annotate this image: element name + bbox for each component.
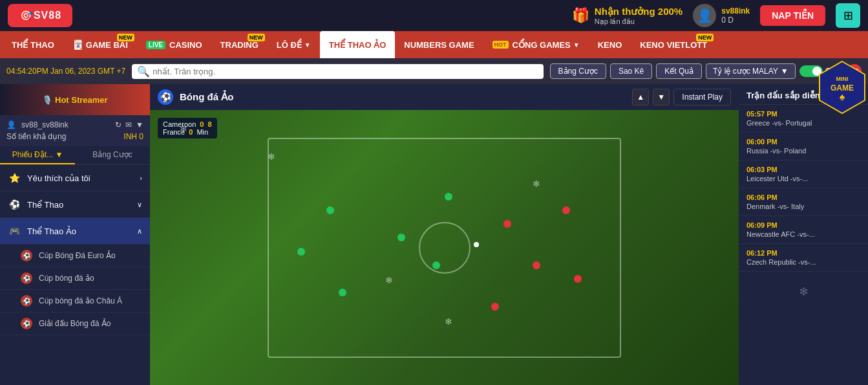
match-item[interactable]: 06:09 PM Newcastle AFC -vs-... — [739, 216, 868, 244]
nav-label: NUMBERS GAME — [404, 40, 474, 50]
tab-bang-cuoc[interactable]: Bảng Cược — [75, 146, 150, 164]
nav-label: KENO — [598, 40, 622, 50]
ball — [474, 242, 479, 247]
player — [339, 289, 346, 296]
nav-item-game-bai[interactable]: 🃏 GAME BÀI NEW — [63, 31, 137, 58]
nap-tien-button[interactable]: NAP TIỀN — [760, 5, 825, 26]
submenu-label: Cúp Bóng Đá Euro Ảo — [39, 251, 116, 260]
user-row: 👤 sv88_sv88ink ↻ ✉ ▼ — [6, 120, 143, 129]
nav-bar: THỂ THAO 🃏 GAME BÀI NEW LIVE CASINO TRAD… — [0, 31, 868, 58]
instant-play-button[interactable]: Instant Play — [673, 89, 731, 105]
match-time: 06:00 PM — [746, 138, 860, 146]
search-input[interactable] — [153, 67, 538, 76]
mini-game-badge[interactable]: MINI GAME ♠ — [816, 58, 868, 116]
sidebar: 🎙️ Hot Streamer 👤 sv88_sv88ink ↻ ✉ ▼ Số … — [0, 84, 150, 385]
user-icons: ↻ ✉ ▼ — [115, 120, 143, 129]
ty-le-label: Tỷ lệ cược MALAY — [713, 67, 778, 76]
match-item[interactable]: 06:00 PM Russia -vs- Poland — [739, 133, 868, 160]
sports-icon: ⚽ — [8, 198, 21, 211]
nav-item-the-thao[interactable]: THỂ THAO — [3, 31, 63, 58]
nav-item-cong-games[interactable]: HOT CỔNG GAMES ▼ — [483, 31, 589, 58]
bang-cuoc-button[interactable]: Bảng Cược — [550, 63, 606, 79]
chevron-down-icon: ▼ — [573, 41, 580, 49]
match-name: Czech Republic -vs-... — [746, 258, 860, 266]
arrow-icon: ∨ — [137, 201, 142, 209]
ty-le-button[interactable]: Tỷ lệ cược MALAY ▼ — [706, 63, 796, 79]
cup-icon: ⚽ — [21, 272, 32, 284]
tournament-icon: ⚽ — [21, 318, 32, 329]
new-badge: NEW — [696, 34, 714, 41]
ket-qua-button[interactable]: Kết Quả — [656, 63, 702, 79]
nav-item-keno[interactable]: KENO — [589, 31, 631, 58]
player — [503, 220, 511, 228]
gift-area[interactable]: 🎁 Nhận thưởng 200% Nạp lần đầu — [572, 6, 683, 26]
balance-amount: INH 0 — [123, 132, 143, 141]
snowflake-icon: ❄ — [385, 275, 393, 285]
field-circle — [419, 222, 471, 274]
nav-item-casino[interactable]: LIVE CASINO — [137, 31, 211, 58]
player — [533, 261, 540, 269]
menu-label: Thể Thao Ảo — [27, 226, 76, 236]
nav-item-the-thao-ao[interactable]: THỂ THAO ẢO — [320, 31, 396, 58]
nav-item-trading[interactable]: TRADING NEW — [211, 31, 268, 58]
game-bai-icon: 🃏 — [72, 39, 83, 50]
player — [432, 261, 440, 269]
menu-item-yeu-thich[interactable]: ⭐ Yêu thích của tôi › — [0, 165, 150, 192]
nav-label: CASINO — [169, 40, 202, 50]
player — [491, 303, 499, 311]
score-row-2: France 0 Min — [163, 128, 212, 136]
nav-item-keno-vietlott[interactable]: KENO VIETLOTT NEW — [631, 31, 716, 58]
up-button[interactable]: ▲ — [632, 89, 649, 105]
user-name: sv88ink — [721, 6, 750, 16]
logo-box: 🎯 SV88 — [8, 4, 72, 27]
match-name: Greece -vs- Portugal — [746, 119, 860, 127]
player — [397, 234, 405, 241]
time-display: 04:54:20PM Jan 06, 2023 GMT +7 — [6, 67, 125, 76]
nav-item-lo-de[interactable]: LÔ ĐỀ ▼ — [268, 31, 320, 58]
menu-item-the-thao-ao[interactable]: 🎮 Thể Thao Ảo ∧ — [0, 218, 150, 245]
user-info: sv88ink 0 D — [721, 6, 750, 25]
video-bg: Cameroon 0 8 France 0 Min — [150, 110, 739, 385]
player — [326, 206, 334, 214]
user-area[interactable]: 👤 sv88ink 0 D — [693, 4, 750, 27]
svg-text:♠: ♠ — [840, 91, 845, 102]
score2: 8 — [207, 120, 211, 128]
down-button[interactable]: ▼ — [653, 89, 670, 105]
main-content: 🎙️ Hot Streamer 👤 sv88_sv88ink ↻ ✉ ▼ Số … — [0, 84, 868, 385]
match-name: Russia -vs- Poland — [746, 147, 860, 155]
submenu-item-cup-euro[interactable]: ⚽ Cúp Bóng Đá Euro Ảo — [0, 245, 150, 267]
submenu-item-giai-dau[interactable]: ⚽ Giải đấu Bóng đá Ảo — [0, 313, 150, 335]
user-balance: 0 D — [721, 16, 750, 25]
player — [445, 193, 452, 201]
balance-row: Số tiền khả dụng INH 0 — [6, 132, 143, 141]
username: sv88_sv88ink — [21, 120, 69, 129]
person-icon: 👤 — [6, 120, 16, 129]
sidebar-menu: ⭐ Yêu thích của tôi › ⚽ Thể Thao ∨ 🎮 Thể… — [0, 165, 150, 335]
match-item[interactable]: 06:06 PM Denmark -vs- Italy — [739, 188, 868, 216]
match-time: 06:12 PM — [746, 249, 860, 257]
match-item[interactable]: 06:03 PM Leicester Utd -vs-... — [739, 160, 868, 188]
menu-item-the-thao[interactable]: ⚽ Thể Thao ∨ — [0, 192, 150, 218]
match-time: 06:09 PM — [746, 221, 860, 229]
submenu-item-cup-chau-a[interactable]: ⚽ Cúp bóng đá ảo Châu Á — [0, 290, 150, 313]
tab-label: Bảng Cược — [92, 150, 132, 159]
balance-label: Số tiền khả dụng — [6, 132, 66, 141]
avatar: 👤 — [693, 4, 716, 27]
nav-label: THỂ THAO ẢO — [329, 40, 386, 50]
sao-ke-button[interactable]: Sao Kê — [610, 63, 652, 79]
refresh-icon[interactable]: ↻ — [115, 120, 122, 129]
submenu-item-cup-bong-da[interactable]: ⚽ Cúp bóng đá ảo — [0, 267, 150, 290]
live-badge: LIVE — [146, 41, 165, 49]
new-badge: NEW — [248, 34, 265, 41]
tab-phieu-dat[interactable]: Phiếu Đặt... ▼ — [0, 146, 75, 164]
nav-label: THỂ THAO — [12, 40, 54, 50]
new-badge: NEW — [117, 34, 134, 41]
search-buttons: Bảng Cược Sao Kê Kết Quả Tỷ lệ cược MALA… — [550, 63, 862, 79]
match-item[interactable]: 06:12 PM Czech Republic -vs-... — [739, 244, 868, 272]
nav-item-numbers-game[interactable]: NUMBERS GAME — [395, 31, 483, 58]
min-label: Min — [196, 128, 208, 136]
score-row-1: Cameroon 0 8 — [163, 120, 212, 128]
qr-button[interactable]: ⊞ — [836, 3, 860, 28]
chevron-down-icon[interactable]: ▼ — [136, 120, 143, 129]
mail-icon[interactable]: ✉ — [125, 120, 132, 129]
